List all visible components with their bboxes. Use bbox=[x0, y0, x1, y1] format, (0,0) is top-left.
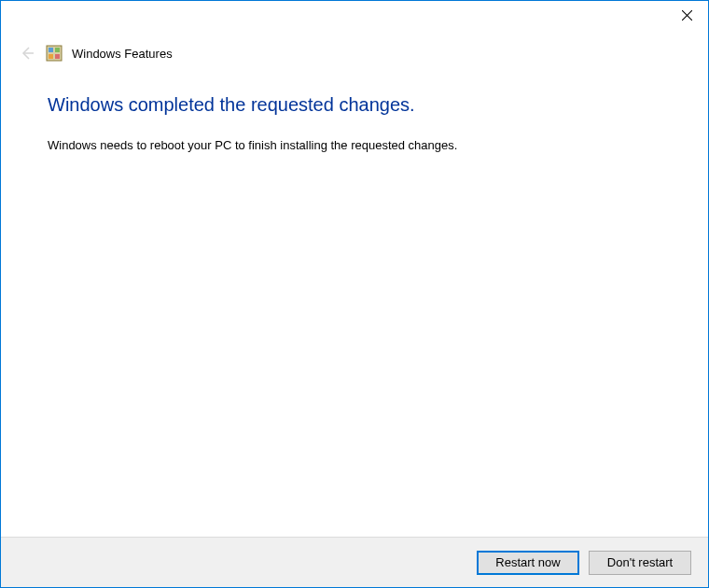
svg-rect-6 bbox=[49, 54, 53, 59]
svg-rect-7 bbox=[55, 54, 60, 59]
svg-rect-4 bbox=[49, 48, 53, 52]
restart-now-button[interactable]: Restart now bbox=[477, 551, 579, 575]
close-button[interactable] bbox=[666, 1, 708, 29]
titlebar bbox=[1, 1, 708, 31]
dont-restart-button[interactable]: Don't restart bbox=[589, 551, 691, 575]
close-icon bbox=[682, 10, 692, 21]
windows-features-icon bbox=[46, 45, 63, 62]
back-arrow-icon bbox=[20, 46, 35, 61]
header: Windows Features bbox=[1, 31, 708, 72]
header-title: Windows Features bbox=[72, 47, 173, 61]
svg-rect-5 bbox=[55, 48, 60, 52]
footer: Restart now Don't restart bbox=[1, 537, 708, 587]
back-button bbox=[18, 44, 36, 63]
page-heading: Windows completed the requested changes. bbox=[48, 94, 661, 116]
content-area: Windows completed the requested changes.… bbox=[1, 72, 708, 152]
body-text: Windows needs to reboot your PC to finis… bbox=[48, 138, 661, 152]
